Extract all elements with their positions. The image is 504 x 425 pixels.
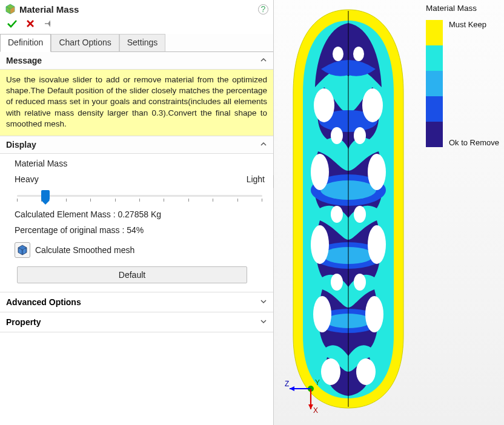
svg-point-33 (331, 274, 343, 291)
svg-point-24 (365, 296, 383, 332)
message-title: Message (6, 56, 42, 65)
advanced-options-title: Advanced Options (6, 297, 81, 307)
chevron-up-icon (260, 56, 267, 65)
tab-chart-options[interactable]: Chart Options (51, 34, 119, 52)
pin-icon[interactable] (44, 19, 53, 30)
tab-definition[interactable]: Definition (0, 34, 51, 52)
legend-swatch-2 (426, 71, 443, 96)
smoothed-mesh-row: Calculate Smoothed mesh (15, 242, 265, 258)
view-triad[interactable]: Z X Y (284, 379, 326, 417)
legend-swatch-3 (426, 96, 443, 122)
legend-swatch-0 (426, 20, 443, 45)
legend-bottom-label: Ok to Remove (449, 138, 499, 147)
svg-point-20 (368, 154, 386, 190)
panel-title: Material Mass (19, 4, 79, 15)
calculate-smoothed-mesh-icon[interactable] (15, 242, 30, 258)
slider-end-labels: Heavy Light (15, 174, 265, 184)
svg-point-32 (354, 206, 366, 223)
accept-icon[interactable] (7, 19, 17, 30)
svg-point-31 (331, 206, 343, 223)
legend-swatch-4 (426, 122, 443, 147)
svg-marker-40 (308, 404, 313, 409)
svg-point-27 (333, 47, 343, 61)
svg-point-19 (311, 154, 329, 190)
slider-light-label: Light (247, 174, 265, 184)
triad-z-label: Z (285, 380, 289, 388)
triad-x-label: X (313, 406, 318, 415)
cancel-icon[interactable] (25, 19, 35, 30)
chevron-up-icon (260, 140, 267, 150)
svg-point-29 (331, 127, 343, 144)
legend-labels: Must Keep Ok to Remove (449, 20, 499, 147)
property-title: Property (6, 317, 41, 327)
panel-header: Material Mass ? (0, 0, 273, 17)
material-mass-icon (5, 4, 16, 15)
help-icon[interactable]: ? (258, 4, 268, 15)
confirm-row (0, 17, 273, 34)
svg-point-17 (314, 88, 334, 122)
svg-point-26 (356, 358, 376, 385)
graphics-viewport[interactable]: Material Mass Must Keep Ok to Remove (274, 0, 504, 425)
material-mass-label: Material Mass (15, 159, 265, 168)
color-legend: Material Mass Must Keep Ok to Remove (426, 4, 499, 147)
topology-result-model (291, 8, 406, 410)
display-title: Display (6, 140, 36, 150)
svg-point-18 (362, 88, 383, 122)
display-section-header[interactable]: Display (0, 136, 273, 154)
message-section-header[interactable]: Message (0, 52, 273, 70)
legend-swatch-1 (426, 45, 443, 71)
percentage-mass-label: Percentage of original mass : 54% (15, 225, 265, 235)
svg-point-21 (311, 225, 329, 264)
tab-settings[interactable]: Settings (119, 34, 166, 52)
slider-heavy-label: Heavy (15, 174, 39, 184)
chevron-down-icon (260, 297, 267, 307)
svg-point-28 (353, 47, 364, 61)
chevron-down-icon (260, 317, 267, 327)
svg-point-34 (354, 274, 366, 291)
svg-point-22 (368, 225, 386, 264)
advanced-options-header[interactable]: Advanced Options (0, 292, 273, 312)
legend-colorbar (426, 20, 443, 147)
legend-top-label: Must Keep (449, 20, 499, 29)
svg-marker-38 (290, 386, 294, 391)
message-body: Use the isovalue slider to add or remove… (0, 70, 273, 136)
slider-thumb[interactable] (41, 190, 50, 201)
display-body: Material Mass Heavy Light Calculated Ele… (0, 154, 273, 292)
isovalue-slider[interactable] (15, 185, 265, 203)
smoothed-mesh-label: Calculate Smoothed mesh (35, 245, 134, 255)
slider-ticks (17, 199, 262, 202)
property-header[interactable]: Property (0, 312, 273, 332)
property-panel: Material Mass ? Definition Chart Options… (0, 0, 274, 425)
svg-point-30 (354, 127, 366, 144)
calculated-mass-label: Calculated Element Mass : 0.27858 Kg (15, 209, 265, 219)
legend-title: Material Mass (426, 4, 499, 13)
tab-row: Definition Chart Options Settings (0, 34, 273, 52)
slider-track (17, 195, 262, 197)
svg-point-23 (313, 296, 331, 332)
triad-y-label: Y (315, 379, 320, 387)
default-button[interactable]: Default (17, 266, 247, 283)
